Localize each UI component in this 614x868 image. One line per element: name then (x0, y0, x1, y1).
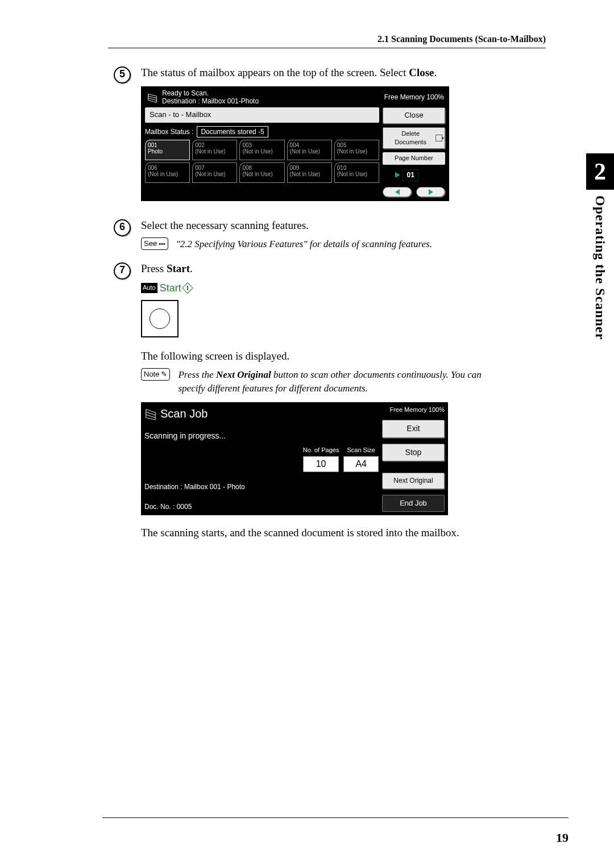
start-label: Start (160, 281, 181, 295)
scan-progress-text: Scanning in progress... (144, 431, 379, 442)
mailbox-slot[interactable]: 008(Not in Use) (239, 162, 284, 183)
panel-ready-text: Ready to Scan. (162, 89, 381, 97)
step-5-text: The status of mailbox appears on the top… (141, 65, 500, 81)
page-number: 19 (556, 831, 569, 845)
page-prev-button[interactable] (383, 187, 412, 197)
scan-job-panel: Scan Job Scanning in progress... No. of … (141, 402, 448, 516)
start-physical-button[interactable] (141, 300, 179, 337)
svg-line-2 (148, 98, 157, 101)
pages-value: 10 (303, 456, 339, 472)
chapter-title: Operating the Scanner (592, 195, 608, 340)
svg-line-1 (148, 96, 157, 98)
stop-button[interactable]: Stop (382, 444, 445, 462)
svg-line-5 (146, 415, 156, 418)
closing-text: The scanning starts, and the scanned doc… (141, 525, 500, 541)
dots-icon: ••• (159, 240, 165, 248)
job-free-memory: Free Memory 100% (382, 406, 445, 414)
mailbox-status-value: Documents stored -5 (197, 126, 268, 138)
scan-size-value: A4 (343, 456, 379, 472)
scan-size-label: Scan Size (343, 446, 379, 454)
current-page: 01 (403, 169, 418, 181)
step-7: 7 Press Start. Auto Start The following … (114, 261, 500, 545)
see-reference: "2.2 Specifying Various Features" for de… (176, 237, 500, 251)
step-5: 5 The status of mailbox appears on the t… (114, 65, 500, 212)
step-number-6: 6 (114, 219, 131, 236)
mailbox-status-label: Mailbox Status : (145, 127, 193, 137)
document-out-icon (435, 135, 442, 141)
end-job-button[interactable]: End Job (382, 495, 445, 512)
page-number-display: 01 / 20 (383, 169, 445, 181)
job-doc-number: Doc. No. : 0005 (144, 502, 379, 512)
total-pages: 20 (425, 170, 432, 180)
footer-rule (102, 817, 569, 818)
note-text: Press the Next Original button to scan o… (178, 368, 500, 395)
play-icon (395, 172, 400, 178)
svg-marker-0 (148, 94, 157, 102)
start-button-area: Auto Start (141, 281, 500, 337)
page-next-button[interactable] (416, 187, 445, 197)
pencil-icon: ✎ (161, 369, 167, 379)
svg-line-4 (146, 412, 156, 415)
job-destination: Destination : Mailbox 001 - Photo (144, 482, 379, 492)
mailbox-slot[interactable]: 006(Not in Use) (145, 162, 190, 183)
scanner-small-icon (146, 91, 159, 103)
section-heading: 2.1 Scanning Documents (Scan-to-Mailbox) (45, 34, 546, 44)
panel-destination-text: Destination : Mailbox 001-Photo (162, 97, 381, 105)
page-number-label: Page Number (383, 152, 445, 164)
close-button[interactable]: Close (383, 107, 445, 123)
next-original-button[interactable]: Next Original (382, 473, 445, 489)
mailbox-slot[interactable]: 007(Not in Use) (192, 162, 237, 183)
exit-button[interactable]: Exit (382, 420, 445, 438)
header-rule (108, 48, 546, 48)
scan-job-title: Scan Job (160, 406, 208, 422)
mailbox-slot-grid: 001Photo002(Not in Use)003(Not in Use)00… (145, 140, 379, 183)
delete-documents-button[interactable]: Delete Documents (383, 127, 445, 149)
see-tag: See••• (141, 237, 168, 250)
start-diamond-icon (184, 284, 192, 292)
following-screen-text: The following screen is displayed. (141, 349, 500, 364)
mailbox-slot[interactable]: 001Photo (145, 140, 190, 160)
panel-free-memory: Free Memory 100% (384, 93, 444, 102)
arrow-left-icon (395, 189, 400, 195)
step-number-7: 7 (114, 262, 131, 279)
chapter-tab: 2 Operating the Scanner (586, 153, 614, 340)
step-7-text: Press Start. (141, 261, 500, 277)
mailbox-slot[interactable]: 003(Not in Use) (239, 140, 284, 160)
scanner-icon (144, 407, 157, 420)
mailbox-slot[interactable]: 010(Not in Use) (334, 162, 379, 183)
mailbox-panel: Ready to Scan. Destination : Mailbox 001… (141, 86, 449, 201)
chapter-number: 2 (586, 153, 614, 190)
mailbox-slot[interactable]: 004(Not in Use) (287, 140, 332, 160)
note-tag: Note✎ (141, 368, 170, 381)
mailbox-slot[interactable]: 009(Not in Use) (287, 162, 332, 183)
step-number-5: 5 (114, 66, 131, 84)
step-6-text: Select the necessary scanning features. (141, 218, 500, 233)
arrow-right-icon (429, 189, 433, 195)
mailbox-slot[interactable]: 002(Not in Use) (192, 140, 237, 160)
pages-label: No. of Pages (303, 446, 339, 454)
circle-icon (150, 308, 170, 329)
step-6: 6 Select the necessary scanning features… (114, 218, 500, 251)
auto-badge: Auto (141, 283, 157, 293)
mailbox-slot[interactable]: 005(Not in Use) (334, 140, 379, 160)
panel-mode-label: Scan - to - Mailbox (150, 110, 211, 120)
